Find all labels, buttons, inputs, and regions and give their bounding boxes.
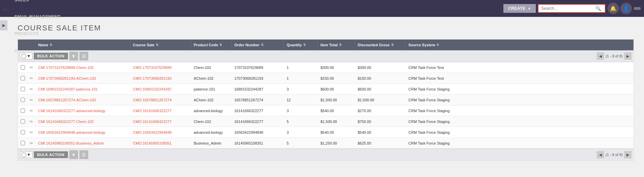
navbar-right: CREATE ▼ 🔍 🔔 👤 — [503, 3, 641, 14]
top-toolbar: ▼ BULK ACTION ▼ ☰ ◀ (1 - 8 of 8) ▶ — [18, 50, 634, 62]
row-checkbox-cell — [18, 96, 27, 104]
edit-icon[interactable]: ✏ — [30, 119, 33, 124]
row-checkbox[interactable] — [21, 76, 25, 80]
row-discounted-gross: $1,500.00 — [355, 96, 406, 104]
nav-icons: 🔔 👤 — [607, 3, 632, 14]
th-quantity: Quantity ⇅ — [284, 40, 318, 50]
edit-icon[interactable]: ✏ — [30, 76, 33, 81]
row-name[interactable]: CMI:16578851267274-AChem-102 — [35, 96, 130, 104]
row-checkbox[interactable] — [21, 108, 25, 113]
th-discounted-gross: Discounted Gross ⇅ — [355, 40, 406, 50]
chevron-down-icon: ▼ — [27, 152, 31, 157]
row-product-code: advanced-biology — [191, 128, 232, 136]
th-item-total: Item Total ⇅ — [318, 40, 355, 50]
sidebar-toggle[interactable]: ▶ — [0, 20, 7, 30]
row-name[interactable]: CMI:16145965108351-Business_Admin — [35, 139, 130, 147]
prev-page-button[interactable]: ◀ — [597, 52, 604, 60]
notifications-button[interactable]: 🔔 — [607, 3, 619, 14]
search-input[interactable] — [541, 6, 595, 11]
row-course-sale[interactable]: CMO:17073107629689 — [130, 64, 191, 72]
row-course-sale[interactable]: CMO:17073068281193 — [130, 74, 191, 82]
row-edit-cell: ✏ — [27, 106, 35, 115]
prev-page-button-bottom[interactable]: ◀ — [597, 151, 604, 158]
row-checkbox[interactable] — [21, 130, 25, 134]
row-discounted-gross: $625.00 — [355, 139, 406, 147]
row-course-sale[interactable]: CMO:16141666322277 — [130, 107, 191, 115]
row-checkbox[interactable] — [21, 98, 25, 102]
row-item-total: $540.00 — [318, 128, 355, 136]
table-container: Name ⇅ Course Sale ⇅ Product Code ⇅ Orde… — [18, 39, 634, 161]
row-order-number: 17073068281193 — [232, 74, 284, 82]
row-checkbox[interactable] — [21, 119, 25, 124]
user-profile-button[interactable]: 👤 — [620, 3, 632, 14]
row-source-system: CRM Task Force Test — [406, 64, 634, 72]
bulk-action-button-bottom[interactable]: BULK ACTION — [34, 151, 68, 158]
row-quantity: 3 — [284, 128, 318, 136]
next-page-button-bottom[interactable]: ▶ — [624, 151, 631, 158]
row-course-sale[interactable]: CMO:16891532244287 — [130, 85, 191, 93]
row-edit-cell: ✏ — [27, 85, 35, 94]
filter-button[interactable]: ▼ — [69, 52, 78, 60]
nav-item-sales[interactable]: SALES — [10, 0, 65, 8]
filter-button-bottom[interactable]: ▼ — [69, 150, 78, 159]
row-name[interactable]: CMI:17073068281193-AChem-102 — [35, 74, 130, 82]
row-source-system: CRM Task Force Staging — [406, 118, 634, 126]
create-button[interactable]: CREATE ▼ — [503, 4, 536, 13]
edit-icon[interactable]: ✏ — [30, 65, 33, 70]
row-checkbox[interactable] — [21, 87, 25, 91]
sort-icon: ⇅ — [261, 43, 264, 47]
row-edit-cell: ✏ — [27, 63, 35, 72]
view-toggle-button-bottom[interactable]: ☰ — [79, 150, 88, 159]
page-title: COURSE SALE ITEM — [18, 24, 634, 32]
row-order-number: 17073107629689 — [232, 64, 284, 72]
edit-icon[interactable]: ✏ — [30, 130, 33, 135]
sort-icon: ⇅ — [50, 43, 52, 47]
select-all-checkbox[interactable] — [22, 54, 26, 58]
sort-icon: ⇅ — [303, 43, 306, 47]
view-toggle-button[interactable]: ☰ — [79, 52, 88, 60]
select-all-dropdown-bottom[interactable]: ▼ — [20, 151, 32, 158]
bulk-action-button[interactable]: BULK ACTION — [34, 53, 68, 59]
row-source-system: CRM Task Force Staging — [406, 139, 634, 147]
row-edit-cell: ✏ — [27, 96, 35, 104]
edit-icon[interactable]: ✏ — [30, 108, 33, 113]
row-name[interactable]: CMI:16141666322277-Chem-102 — [35, 118, 130, 126]
table-row: ✏ CMI:16141666322277-Chem-102 CMO:161416… — [18, 116, 634, 127]
edit-icon[interactable]: ✏ — [30, 87, 33, 92]
chevron-down-icon: ▼ — [27, 54, 31, 58]
row-checkbox-cell — [18, 85, 27, 93]
row-course-sale[interactable]: CMO:16145965108351 — [130, 139, 191, 147]
row-name[interactable]: CMI:17073107629689-Chem-102 — [35, 64, 130, 72]
select-all-checkbox-bottom[interactable] — [22, 153, 26, 157]
select-all-dropdown[interactable]: ▼ — [20, 53, 32, 59]
row-item-total: $300.00 — [318, 64, 355, 72]
row-course-sale[interactable]: CMO:16578851267274 — [130, 96, 191, 104]
table-row: ✏ CMI:16141666322277-advanced-biology CM… — [18, 105, 634, 116]
row-name[interactable]: CMI:16141666322277-advanced-biology — [35, 107, 130, 115]
row-checkbox[interactable] — [21, 141, 25, 145]
search-icon: 🔍 — [595, 6, 601, 11]
row-quantity: 5 — [284, 118, 318, 126]
row-course-sale[interactable]: CMO:16141666322277 — [130, 118, 191, 126]
edit-icon[interactable]: ✏ — [30, 98, 33, 102]
row-source-system: CRM Task Force Test — [406, 74, 634, 82]
sort-icon: ⇅ — [156, 43, 159, 47]
row-source-system: CRM Task Force Staging — [406, 128, 634, 136]
row-name[interactable]: CMI:16563422994848-advanced-biology — [35, 128, 130, 136]
row-edit-cell: ✏ — [27, 74, 35, 83]
user-badge[interactable] — [634, 7, 641, 10]
row-product-code: Chem-102 — [191, 118, 232, 126]
row-edit-cell: ✏ — [27, 128, 35, 137]
row-checkbox[interactable] — [21, 65, 25, 70]
row-item-total: $150.00 — [318, 74, 355, 82]
row-edit-cell: ✏ — [27, 117, 35, 126]
row-quantity: 1 — [284, 64, 318, 72]
pagination-info-bottom: ◀ (1 - 8 of 8) ▶ — [597, 151, 631, 158]
edit-icon[interactable]: ✏ — [30, 141, 33, 146]
row-course-sale[interactable]: CMO:16563422994848 — [130, 128, 191, 136]
home-icon[interactable]: ⌂ — [3, 5, 7, 12]
row-checkbox-cell — [18, 117, 27, 126]
row-item-total: $600.00 — [318, 85, 355, 93]
row-name[interactable]: CMI:16891532244287-patience-101 — [35, 85, 130, 93]
next-page-button[interactable]: ▶ — [624, 52, 631, 60]
